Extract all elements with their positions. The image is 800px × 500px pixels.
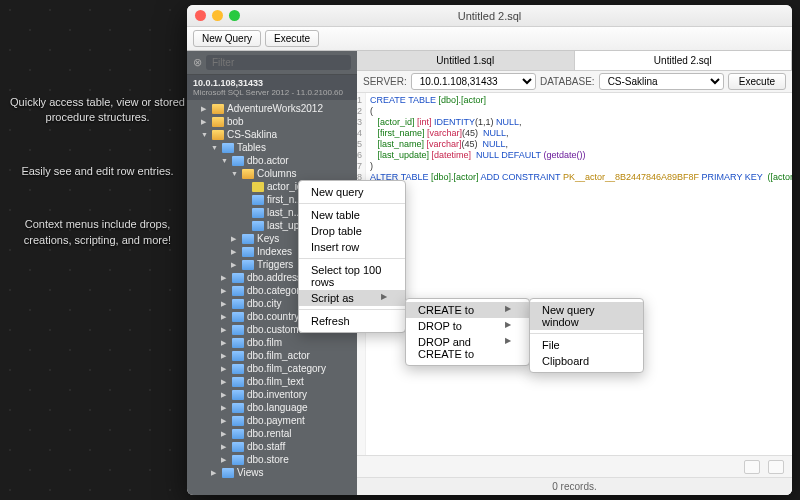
ctx-script-as[interactable]: Script as▶ bbox=[299, 290, 405, 306]
table-node[interactable]: ▶dbo.film bbox=[187, 336, 357, 349]
script-as-submenu: CREATE to▶ DROP to▶ DROP and CREATE to▶ bbox=[405, 298, 530, 366]
database-icon bbox=[212, 117, 224, 127]
column-icon bbox=[252, 221, 264, 231]
folder-icon bbox=[222, 468, 234, 478]
table-icon bbox=[232, 325, 244, 335]
context-menu: New query New table Drop table Insert ro… bbox=[298, 180, 406, 333]
table-node[interactable]: ▶dbo.film_text bbox=[187, 375, 357, 388]
server-label: SERVER: bbox=[363, 76, 407, 87]
ctx-insert-row[interactable]: Insert row bbox=[299, 239, 405, 255]
table-node[interactable]: ▶dbo.payment bbox=[187, 414, 357, 427]
database-icon bbox=[212, 104, 224, 114]
chevron-right-icon: ▶ bbox=[505, 336, 511, 360]
table-node[interactable]: ▶dbo.inventory bbox=[187, 388, 357, 401]
connection-bar: SERVER: 10.0.1.108,31433 DATABASE: CS-Sa… bbox=[357, 71, 792, 93]
clear-filter-icon[interactable]: ⊗ bbox=[193, 56, 202, 69]
server-version: Microsoft SQL Server 2012 - 11.0.2100.60 bbox=[193, 88, 351, 97]
separator bbox=[530, 333, 643, 334]
promo-line-2: Easily see and edit row entries. bbox=[10, 164, 185, 179]
folder-icon bbox=[242, 260, 254, 270]
table-icon bbox=[232, 286, 244, 296]
ctx-new-query[interactable]: New query bbox=[299, 184, 405, 200]
table-icon bbox=[232, 416, 244, 426]
table-icon bbox=[232, 377, 244, 387]
table-node[interactable]: ▼dbo.actor bbox=[187, 154, 357, 167]
chevron-right-icon: ▶ bbox=[505, 304, 511, 316]
server-host: 10.0.1.108,31433 bbox=[193, 78, 351, 88]
tab-file-2[interactable]: Untitled 2.sql bbox=[575, 51, 793, 70]
server-header[interactable]: 10.0.1.108,31433 Microsoft SQL Server 20… bbox=[187, 75, 357, 100]
table-icon bbox=[232, 312, 244, 322]
status-bar: 0 records. bbox=[357, 477, 792, 495]
table-icon bbox=[232, 442, 244, 452]
table-node[interactable]: ▶dbo.film_actor bbox=[187, 349, 357, 362]
table-icon bbox=[232, 338, 244, 348]
ctx-drop-table[interactable]: Drop table bbox=[299, 223, 405, 239]
copy-icon[interactable] bbox=[768, 460, 784, 474]
ctx-create-to[interactable]: CREATE to▶ bbox=[406, 302, 529, 318]
ctx-file[interactable]: File bbox=[530, 337, 643, 353]
app-window: Untitled 2.sql New Query Execute ⊗ 10.0.… bbox=[187, 5, 792, 495]
chevron-right-icon: ▶ bbox=[381, 292, 387, 304]
server-select[interactable]: 10.0.1.108,31433 bbox=[411, 73, 536, 90]
table-icon bbox=[232, 403, 244, 413]
table-icon bbox=[232, 455, 244, 465]
toolbar: New Query Execute bbox=[187, 27, 792, 51]
editor-tabs: Untitled 1.sql Untitled 2.sql bbox=[357, 51, 792, 71]
tab-file-1[interactable]: Untitled 1.sql bbox=[357, 51, 575, 70]
filter-input[interactable] bbox=[206, 55, 351, 70]
database-label: DATABASE: bbox=[540, 76, 595, 87]
separator bbox=[299, 309, 405, 310]
folder-icon bbox=[242, 247, 254, 257]
table-icon bbox=[232, 273, 244, 283]
folder-icon bbox=[242, 169, 254, 179]
sql-editor[interactable]: 12345678 CREATE TABLE [dbo].[actor] ( [a… bbox=[357, 93, 792, 455]
editor-pane: Untitled 1.sql Untitled 2.sql SERVER: 10… bbox=[357, 51, 792, 495]
execute-button[interactable]: Execute bbox=[265, 30, 319, 47]
views-node[interactable]: ▶Views bbox=[187, 466, 357, 479]
folder-icon bbox=[242, 234, 254, 244]
columns-node[interactable]: ▼Columns bbox=[187, 167, 357, 180]
column-icon bbox=[252, 208, 264, 218]
ctx-refresh[interactable]: Refresh bbox=[299, 313, 405, 329]
table-icon bbox=[232, 429, 244, 439]
table-icon bbox=[232, 156, 244, 166]
code-area[interactable]: CREATE TABLE [dbo].[actor] ( [actor_id] … bbox=[366, 93, 792, 455]
create-to-submenu: New query window File Clipboard bbox=[529, 298, 644, 373]
db-node[interactable]: ▶AdventureWorks2012 bbox=[187, 102, 357, 115]
ctx-new-table[interactable]: New table bbox=[299, 207, 405, 223]
column-icon bbox=[252, 195, 264, 205]
table-node[interactable]: ▶dbo.rental bbox=[187, 427, 357, 440]
table-node[interactable]: ▶dbo.store bbox=[187, 453, 357, 466]
separator bbox=[299, 258, 405, 259]
table-icon bbox=[232, 364, 244, 374]
folder-icon bbox=[222, 143, 234, 153]
ctx-drop-to[interactable]: DROP to▶ bbox=[406, 318, 529, 334]
table-icon bbox=[232, 390, 244, 400]
titlebar: Untitled 2.sql bbox=[187, 5, 792, 27]
table-icon bbox=[232, 351, 244, 361]
db-node[interactable]: ▶bob bbox=[187, 115, 357, 128]
promo-text: Quickly access table, view or stored pro… bbox=[10, 95, 185, 286]
new-query-button[interactable]: New Query bbox=[193, 30, 261, 47]
execute-query-button[interactable]: Execute bbox=[728, 73, 786, 90]
table-node[interactable]: ▶dbo.language bbox=[187, 401, 357, 414]
ctx-clipboard[interactable]: Clipboard bbox=[530, 353, 643, 369]
db-node[interactable]: ▼CS-Saklina bbox=[187, 128, 357, 141]
results-toolbar bbox=[357, 455, 792, 477]
window-title: Untitled 2.sql bbox=[187, 10, 792, 22]
table-icon bbox=[232, 299, 244, 309]
ctx-select-top[interactable]: Select top 100 rows bbox=[299, 262, 405, 290]
promo-line-1: Quickly access table, view or stored pro… bbox=[10, 95, 185, 126]
ctx-new-query-window[interactable]: New query window bbox=[530, 302, 643, 330]
key-icon bbox=[252, 182, 264, 192]
separator bbox=[299, 203, 405, 204]
chevron-right-icon: ▶ bbox=[505, 320, 511, 332]
database-icon bbox=[212, 130, 224, 140]
tables-node[interactable]: ▼Tables bbox=[187, 141, 357, 154]
database-select[interactable]: CS-Saklina bbox=[599, 73, 724, 90]
table-node[interactable]: ▶dbo.staff bbox=[187, 440, 357, 453]
table-node[interactable]: ▶dbo.film_category bbox=[187, 362, 357, 375]
ctx-drop-create-to[interactable]: DROP and CREATE to▶ bbox=[406, 334, 529, 362]
grid-view-icon[interactable] bbox=[744, 460, 760, 474]
